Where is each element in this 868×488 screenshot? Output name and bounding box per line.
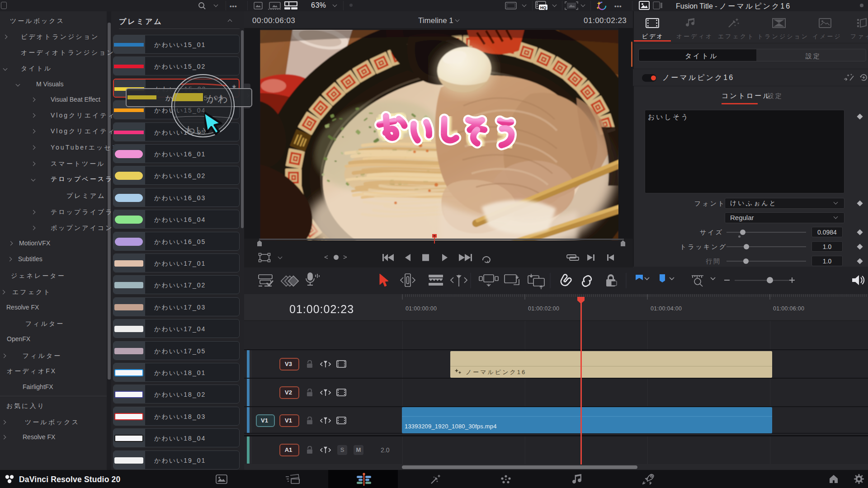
svg-text:01:00:02:00: 01:00:02:00 [528, 305, 559, 312]
svg-text:01:00:00:00: 01:00:00:00 [406, 305, 437, 312]
svg-text:HQ: HQ [540, 5, 547, 10]
svg-text:01:00:06:00: 01:00:06:00 [773, 305, 804, 312]
svg-text:かわ: かわ [207, 93, 229, 104]
svg-text:01:00:04:00: 01:00:04:00 [651, 305, 682, 312]
